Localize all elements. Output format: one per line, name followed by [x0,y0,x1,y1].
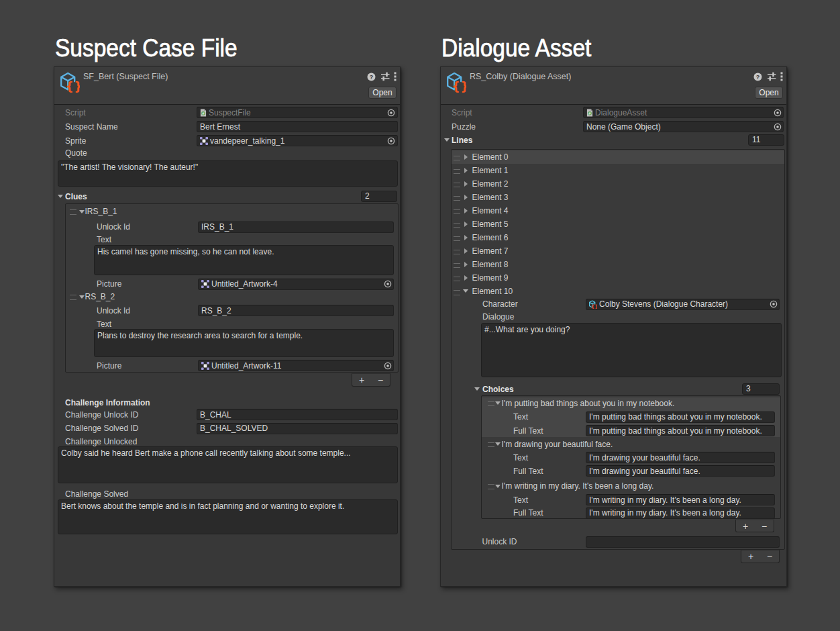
drag-handle-icon[interactable] [454,196,460,201]
puzzle-field[interactable]: None (Game Object) [583,121,784,132]
line-5-foldout-icon[interactable] [464,222,468,227]
sprite-field[interactable]: vandepeer_talking_1 [197,135,398,146]
choice-2-text-field[interactable]: I'm writing in my diary. It's been a lon… [586,494,775,505]
clue-1-textarea[interactable]: Plans to destroy the research area to se… [94,329,394,357]
challenge-solved-id-field[interactable]: B_CHAL_SOLVED [197,423,398,434]
character-field[interactable]: Colby Stevens (Dialogue Character) [586,299,780,310]
line-4-foldout-icon[interactable] [464,208,468,213]
line-10-foldout-icon[interactable] [463,289,468,293]
clues-label[interactable]: Clues [65,191,87,203]
lines-label[interactable]: Lines [452,135,472,146]
object-picker-icon[interactable] [382,361,392,370]
line-1-foldout-icon[interactable] [464,168,468,173]
drag-handle-icon[interactable] [488,442,494,448]
object-picker-icon[interactable] [382,280,392,289]
line-7-foldout-icon[interactable] [464,248,468,254]
line-element-row[interactable]: Element 2 [472,179,509,190]
add-element-button[interactable]: + [743,551,759,562]
line-element-row[interactable]: Element 4 [472,205,509,217]
presets-icon[interactable] [381,72,390,81]
choice-2-foldout-icon[interactable] [495,485,501,488]
lines-foldout-icon[interactable] [444,138,450,142]
dialogue-textarea[interactable]: #...What are you doing? [481,323,782,378]
line-6-foldout-icon[interactable] [464,235,468,240]
drag-handle-icon[interactable] [454,277,460,282]
open-button[interactable]: Open [755,87,783,99]
drag-handle-icon[interactable] [454,156,460,161]
line-2-foldout-icon[interactable] [464,181,468,187]
line-element-row[interactable]: Element 6 [472,232,509,244]
challenge-unlocked-textarea[interactable]: Colby said he heard Bert make a phone ca… [58,446,398,483]
lines-size-field[interactable]: 11 [748,134,784,146]
open-button[interactable]: Open [368,87,397,99]
choice-2-header[interactable]: I'm writing in my diary. It's been a lon… [502,481,654,492]
choice-0-foldout-icon[interactable] [495,401,501,405]
choices-foldout-icon[interactable] [474,387,480,391]
quote-textarea[interactable]: "The artist! The visionary! The auteur!" [58,160,398,187]
clue-0-foldout-icon[interactable] [79,210,85,213]
remove-element-button[interactable]: − [372,375,388,385]
line-element-row[interactable]: Element 9 [472,273,509,284]
choice-0-text-field[interactable]: I'm putting bad things about you in my n… [586,411,775,423]
object-picker-icon[interactable] [768,300,778,309]
object-picker-icon[interactable] [386,136,397,145]
clue-1-foldout-icon[interactable] [79,295,85,299]
kebab-menu-icon[interactable] [780,72,784,81]
drag-handle-icon[interactable] [454,250,460,255]
unlock-id-field[interactable] [586,536,780,548]
line-8-foldout-icon[interactable] [464,262,468,267]
choice-1-text-field[interactable]: I'm drawing your beautiful face. [586,452,775,463]
presets-icon[interactable] [768,72,776,81]
line-element-row[interactable]: Element 1 [472,165,509,177]
drag-handle-icon[interactable] [454,209,460,215]
line-element-row[interactable]: Element 7 [472,246,509,257]
drag-handle-icon[interactable] [70,209,76,215]
choice-1-header[interactable]: I'm drawing your beautiful face. [502,439,613,450]
clue-1-unlock-id-field[interactable]: RS_B_2 [198,305,394,316]
object-picker-icon[interactable] [386,108,397,117]
line-3-foldout-icon[interactable] [464,195,468,200]
object-picker-icon[interactable] [772,108,782,117]
script-field[interactable]: DialogueAsset [583,107,784,118]
choices-size-field[interactable]: 3 [742,383,780,395]
drag-handle-icon[interactable] [454,183,460,188]
choice-2-full-text-field[interactable]: I'm writing in my diary. It's been a lon… [586,507,775,519]
clues-size-field[interactable]: 2 [361,191,397,202]
help-icon[interactable] [753,72,762,81]
kebab-menu-icon[interactable] [393,72,397,81]
line-element-row[interactable]: Element 3 [472,192,509,203]
drag-handle-icon[interactable] [454,290,460,295]
choices-label[interactable]: Choices [482,384,514,395]
choice-1-foldout-icon[interactable] [495,442,501,446]
drag-handle-icon[interactable] [454,236,460,242]
drag-handle-icon[interactable] [454,223,460,228]
drag-handle-icon[interactable] [454,263,460,269]
clue-1-picture-field[interactable]: Untitled_Artwork-11 [198,360,394,371]
drag-handle-icon[interactable] [454,169,460,175]
clue-1-header[interactable]: RS_B_2 [85,291,115,303]
drag-handle-icon[interactable] [488,484,494,489]
remove-element-button[interactable]: − [756,521,772,532]
clues-foldout-icon[interactable] [58,195,63,198]
choice-0-full-text-field[interactable]: I'm putting bad things about you in my n… [586,425,775,436]
clue-0-header[interactable]: IRS_B_1 [85,206,117,217]
script-field[interactable]: SuspectFile [197,107,398,118]
clue-0-picture-field[interactable]: Untitled_Artwork-4 [198,279,394,290]
challenge-unlock-id-field[interactable]: B_CHAL [197,409,398,420]
drag-handle-icon[interactable] [488,401,494,407]
drag-handle-icon[interactable] [70,295,76,300]
remove-element-button[interactable]: − [762,551,778,562]
clue-0-unlock-id-field[interactable]: IRS_B_1 [198,222,394,233]
add-element-button[interactable]: + [737,521,753,532]
suspect-name-field[interactable]: Bert Ernest [197,121,398,132]
add-element-button[interactable]: + [354,375,370,385]
line-element-row[interactable]: Element 8 [472,259,509,271]
line-0-foldout-icon[interactable] [464,154,468,160]
clue-0-textarea[interactable]: His camel has gone missing, so he can no… [94,245,394,275]
choice-1-full-text-field[interactable]: I'm drawing your beautiful face. [586,465,775,477]
line-10-header[interactable]: Element 10 [472,286,513,297]
object-picker-icon[interactable] [772,122,782,131]
line-9-foldout-icon[interactable] [464,275,468,281]
line-element-row[interactable]: Element 5 [472,219,509,230]
choice-0-header[interactable]: I'm putting bad things about you in my n… [502,398,675,409]
